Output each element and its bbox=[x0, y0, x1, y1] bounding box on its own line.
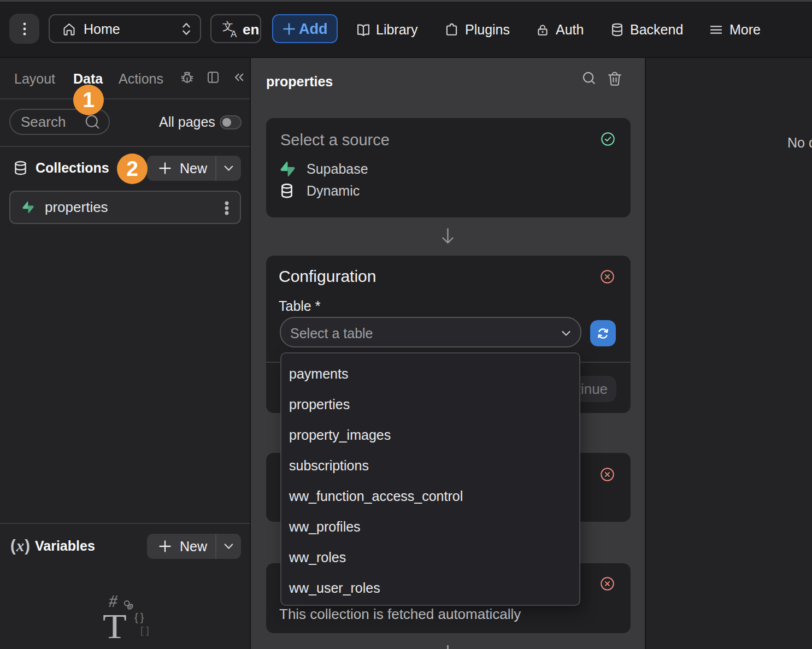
svg-text:A: A bbox=[231, 29, 237, 39]
